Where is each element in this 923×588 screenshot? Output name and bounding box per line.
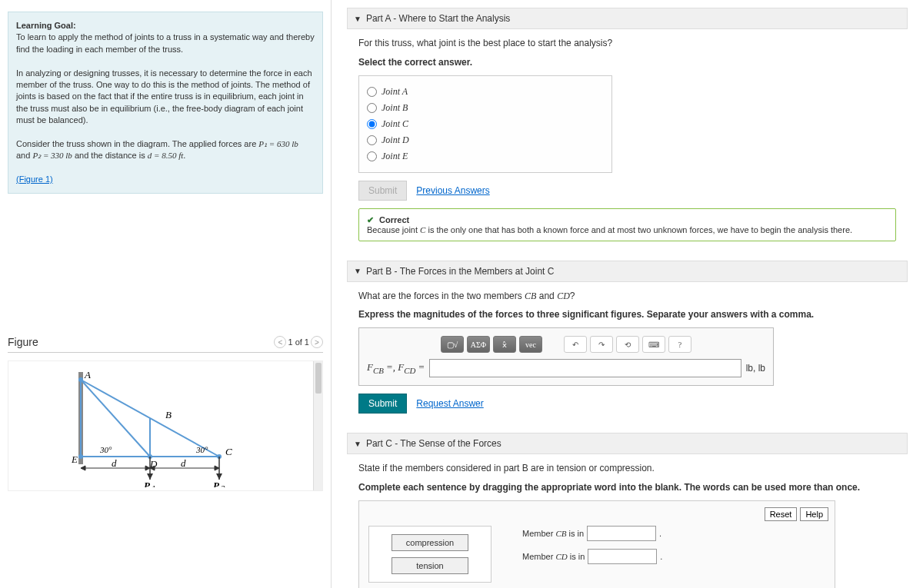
feedback-label: Correct — [379, 215, 409, 224]
svg-text:30°: 30° — [99, 445, 112, 454]
vec-icon[interactable]: vec — [519, 336, 542, 353]
keyboard-icon[interactable]: ⌨ — [642, 336, 665, 353]
part-a-header[interactable]: ▼ Part A - Where to Start the Analysis — [347, 8, 908, 29]
part-c-question: State if the members considered in part … — [358, 462, 896, 475]
part-c-title: Part C - The Sense of the Forces — [366, 438, 501, 449]
part-b-input-panel: ▢√ ΑΣΦ x̂ vec ↶ ↷ ⟲ ⌨ ? FCB =, FCD = lb,… — [358, 327, 774, 386]
help-icon[interactable]: ? — [668, 336, 691, 353]
target-row-cb: Member CB is in . — [522, 526, 662, 541]
feedback-text: Because joint C is the only one that has… — [367, 225, 852, 234]
part-b-question: What are the forces in the two members C… — [358, 290, 896, 303]
part-b-submit-button[interactable]: Submit — [358, 394, 407, 414]
p1-value: P₁ = 630 lb — [258, 139, 298, 148]
part-a-choices: Joint A Joint B Joint C Joint D Joint E — [358, 75, 612, 173]
part-b-request-answer-link[interactable]: Request Answer — [416, 398, 483, 409]
chip-tension[interactable]: tension — [392, 557, 468, 574]
svg-marker-19 — [147, 473, 153, 480]
templates-icon[interactable]: ▢√ — [441, 336, 464, 353]
goal-text-3a: Consider the truss shown in the diagram.… — [16, 139, 258, 148]
learning-goal-box: Learning Goal: To learn to apply the met… — [8, 12, 323, 194]
svg-text:B: B — [165, 409, 172, 420]
scripts-icon[interactable]: x̂ — [493, 336, 516, 353]
redo-icon[interactable]: ↷ — [590, 336, 613, 353]
svg-text:d: d — [181, 457, 186, 469]
caret-down-icon: ▼ — [354, 15, 362, 23]
goal-text-1: To learn to apply the method of joints t… — [16, 32, 315, 53]
svg-marker-23 — [216, 473, 222, 480]
caret-down-icon: ▼ — [354, 267, 362, 275]
reset-icon[interactable]: ⟲ — [616, 336, 639, 353]
part-a-question: For this truss, what joint is the best p… — [358, 37, 896, 50]
svg-point-8 — [78, 454, 83, 459]
part-c-header[interactable]: ▼ Part C - The Sense of the Forces — [347, 433, 908, 454]
p2-value: P₂ = 330 lb — [32, 151, 72, 160]
part-b-answer-input[interactable] — [429, 359, 741, 377]
previous-answers-link[interactable]: Previous Answers — [416, 185, 489, 196]
chip-source: compression tension — [368, 526, 491, 583]
goal-text-3b: and the distance is — [75, 151, 148, 160]
pager-text: 1 of 1 — [288, 337, 309, 347]
pager-prev-button[interactable]: < — [274, 336, 286, 348]
target-row-cd: Member CD is in . — [522, 549, 662, 564]
truss-diagram: A B C D E 30° 30° P1 P2 dd — [50, 364, 281, 487]
goal-heading: Learning Goal: — [16, 21, 76, 30]
sorting-panel: Reset Help compression tension Member CB… — [358, 500, 835, 588]
svg-text:A: A — [84, 369, 91, 380]
part-a-instr: Select the correct answer. — [358, 56, 896, 69]
input-label: FCB =, FCD = — [367, 361, 425, 375]
drop-slot-cb[interactable] — [587, 526, 656, 541]
part-b-title: Part B - The Forces in the Members at Jo… — [366, 266, 555, 277]
figure-scrollbar[interactable] — [313, 361, 322, 490]
figure-canvas: A B C D E 30° 30° P1 P2 dd — [8, 360, 323, 491]
caret-down-icon: ▼ — [354, 440, 362, 448]
drop-slot-cd[interactable] — [588, 549, 657, 564]
svg-line-4 — [81, 380, 150, 457]
choice-joint-a[interactable]: Joint A — [367, 84, 604, 100]
svg-text:E: E — [71, 453, 78, 465]
choice-joint-e[interactable]: Joint E — [367, 148, 604, 164]
pager-next-button[interactable]: > — [311, 336, 323, 348]
svg-point-7 — [78, 377, 83, 382]
part-a-feedback: ✔ Correct Because joint C is the only on… — [358, 208, 896, 241]
help-button[interactable]: Help — [800, 507, 828, 521]
svg-text:2: 2 — [221, 483, 225, 487]
svg-text:P: P — [144, 480, 151, 487]
svg-marker-31 — [215, 466, 219, 470]
svg-text:30°: 30° — [195, 445, 208, 454]
figure-title: Figure — [8, 336, 38, 348]
part-a-submit-button: Submit — [358, 181, 407, 201]
svg-text:P: P — [213, 480, 220, 487]
check-icon: ✔ — [367, 215, 374, 224]
svg-marker-28 — [81, 466, 85, 470]
symbols-icon[interactable]: ΑΣΦ — [467, 336, 490, 353]
svg-text:C: C — [225, 446, 232, 457]
chip-compression[interactable]: compression — [392, 534, 468, 551]
svg-text:1: 1 — [152, 483, 156, 487]
undo-icon[interactable]: ↶ — [564, 336, 587, 353]
figure-pager: < 1 of 1 > — [274, 336, 323, 348]
figure-link[interactable]: (Figure 1) — [16, 174, 53, 184]
svg-text:d: d — [112, 457, 117, 469]
part-b-header[interactable]: ▼ Part B - The Forces in the Members at … — [347, 261, 908, 282]
part-b-instr: Express the magnitudes of the forces to … — [358, 308, 896, 321]
choice-joint-b[interactable]: Joint B — [367, 100, 604, 116]
d-value: d = 8.50 ft — [148, 151, 184, 160]
part-a-title: Part A - Where to Start the Analysis — [366, 13, 510, 24]
choice-joint-d[interactable]: Joint D — [367, 132, 604, 148]
reset-button[interactable]: Reset — [765, 507, 798, 521]
choice-joint-c[interactable]: Joint C — [367, 116, 604, 132]
part-c-instr: Complete each sentence by dragging the a… — [358, 481, 896, 494]
units-label: lb, lb — [746, 363, 765, 374]
goal-text-2: In analyzing or designing trusses, it is… — [16, 68, 312, 125]
